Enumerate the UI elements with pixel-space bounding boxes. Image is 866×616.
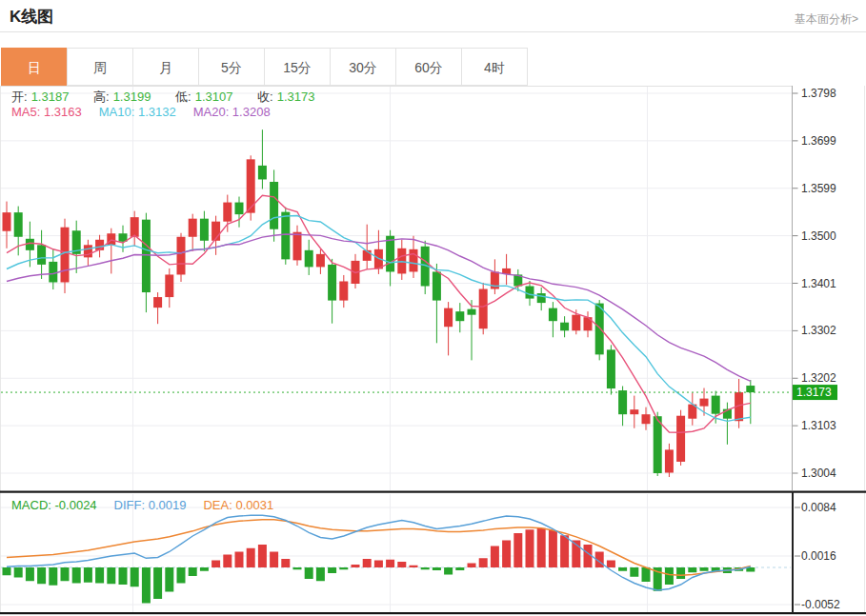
chart-canvas[interactable]: 1.37981.36991.35991.35001.34011.33021.32… <box>0 0 866 616</box>
svg-text:1.3798: 1.3798 <box>801 87 836 100</box>
svg-text:1.3202: 1.3202 <box>801 371 836 385</box>
macd-chart[interactable] <box>1 515 791 603</box>
svg-text:1.3004: 1.3004 <box>801 467 836 480</box>
price-axis: 1.37981.36991.35991.35001.34011.33021.32… <box>793 86 841 611</box>
svg-text:-0.0052: -0.0052 <box>801 598 840 611</box>
svg-text:0.0016: 0.0016 <box>801 549 836 563</box>
svg-text:1.3599: 1.3599 <box>801 182 836 195</box>
svg-text:1.3401: 1.3401 <box>801 277 836 290</box>
diff-line <box>7 515 751 590</box>
grid-lines <box>0 86 866 614</box>
svg-text:1.3103: 1.3103 <box>801 419 836 432</box>
svg-text:1.3500: 1.3500 <box>801 229 836 243</box>
svg-text:1.3699: 1.3699 <box>801 134 836 148</box>
svg-text:1.3302: 1.3302 <box>801 324 836 337</box>
main-candle-chart[interactable] <box>1 129 792 477</box>
svg-text:0.0084: 0.0084 <box>801 501 836 514</box>
kline-widget: K线图 基本面分析> 日周月5分15分30分60分4时 1.37981.3699… <box>0 0 866 616</box>
svg-text:1.3173: 1.3173 <box>796 386 832 399</box>
